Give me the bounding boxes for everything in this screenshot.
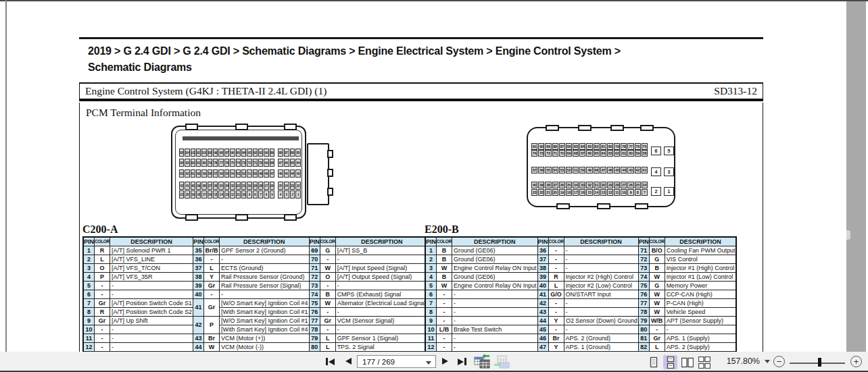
- pin-cell: 67: [579, 150, 585, 157]
- connector-tab: [556, 203, 570, 209]
- pin-cell: 85: [295, 149, 301, 157]
- zoom-dropdown-caret-icon[interactable]: [765, 360, 770, 363]
- pin-cell: 38: [545, 182, 551, 188]
- pin-cell: 28: [258, 182, 263, 190]
- zoom-slider[interactable]: [790, 363, 845, 364]
- pin-cell: 89: [545, 143, 551, 150]
- pin-cell: 78: [213, 159, 218, 167]
- layout-continuous-button[interactable]: [663, 355, 677, 369]
- pin-cell: 50: [253, 169, 258, 178]
- pin-cell: 27: [621, 182, 627, 188]
- pin-cell: 79: [208, 159, 212, 167]
- connector-pin-row: 88878685: [278, 149, 301, 157]
- pin-cell: 64: [600, 150, 606, 157]
- previous-page-button[interactable]: [345, 358, 352, 365]
- pin-number-cell: 71: [309, 263, 320, 272]
- layout-two-up-continuous-button[interactable]: [697, 355, 711, 369]
- wire-color-cell: -: [548, 298, 564, 307]
- wire-color-cell: Gr: [204, 298, 220, 316]
- wire-color-cell: -: [95, 325, 110, 334]
- description-cell: [With Smart Key] Ignition Coil #4: [220, 325, 310, 334]
- pin-cell: 60: [196, 169, 201, 178]
- pin-number-cell: 82: [638, 342, 649, 351]
- wire-color-cell: -: [437, 342, 452, 351]
- previous-page-icon: [345, 358, 352, 365]
- pin-cell: 42: [179, 182, 184, 190]
- pin-cell: 97: [224, 149, 229, 157]
- zoom-level-label[interactable]: 157.80%: [721, 356, 760, 366]
- next-page-button[interactable]: [442, 358, 448, 365]
- description-text: Engine Control Relay ON Input: [454, 282, 537, 289]
- layout-single-page-button[interactable]: [646, 355, 660, 369]
- column-header-color: COLOR: [548, 237, 564, 246]
- doc-code: SD313-12: [714, 85, 757, 97]
- table-row: 5--39GrRail Pressure Sensor (Signal)73--: [83, 281, 429, 290]
- pin-cell: 23: [290, 182, 295, 190]
- pin-number-cell: 37: [537, 255, 548, 263]
- layout-two-up-button[interactable]: [680, 355, 694, 369]
- pin-cell: 44: [290, 169, 295, 178]
- window-left-border: [5, 0, 7, 352]
- description-cell: Injector #1 (Low) Control: [665, 272, 736, 281]
- description-cell: VCM (Sensor Signal): [335, 316, 429, 325]
- pin-cell: 35: [566, 182, 572, 188]
- description-text: CMPS (Exhaust) Signal: [337, 291, 402, 298]
- wire-color-cell: O: [95, 263, 110, 272]
- pin-number-cell: 79: [638, 316, 649, 325]
- description-text: ON/START Input: [566, 291, 611, 298]
- description-cell: CCP-CAN (High): [665, 290, 736, 298]
- pin-cell: 17: [201, 190, 206, 198]
- pin-cell: 16: [208, 190, 212, 198]
- pin-number-cell: 6: [83, 290, 95, 298]
- document-area[interactable]: 2019 > G 2.4 GDI > G 2.4 GDI > Schematic…: [7, 1, 846, 352]
- pin-cell: 59: [635, 150, 641, 157]
- pin-number-cell: 8: [83, 307, 95, 316]
- zoom-out-button[interactable]: −: [773, 356, 785, 367]
- pin-cell: 15: [586, 189, 592, 196]
- connector-seal-strip: [183, 136, 299, 140]
- description-cell: [A/T] Input Speed (Signal): [335, 263, 429, 272]
- pin-cell: 14: [218, 190, 223, 198]
- description-text: -: [566, 326, 568, 333]
- description-cell: [W/O Smart Key] Ignition Coil #4: [220, 298, 310, 307]
- description-text: VIS Control: [667, 256, 698, 263]
- column-header-description: DESCRIPTION: [665, 237, 736, 246]
- scrollbar[interactable]: [846, 1, 866, 352]
- pin-cell: 58: [642, 150, 648, 157]
- last-page-button[interactable]: [458, 358, 466, 365]
- next-view-button[interactable]: [493, 354, 510, 369]
- zoom-slider-handle[interactable]: [818, 358, 821, 367]
- pin-cell: 78: [621, 143, 627, 150]
- description-text: [A/T] Position Switch Code S2: [112, 309, 192, 315]
- pin-cell: 61: [621, 150, 627, 157]
- pin-number-cell: 77: [309, 316, 320, 325]
- description-text: Ground (GE06): [454, 247, 496, 254]
- description-cell: CMPS (Exhaust) Signal: [335, 290, 429, 298]
- wire-color-cell: Gr: [320, 316, 335, 325]
- description-text: -: [566, 256, 568, 263]
- previous-view-button[interactable]: [474, 354, 490, 369]
- pin-cell: 96: [230, 149, 235, 157]
- description-text: -: [112, 282, 114, 289]
- description-text: Injector #1 (High) Control: [667, 265, 735, 271]
- breadcrumb-line1: 2019 > G 2.4 GDI > G 2.4 GDI > Schematic…: [88, 43, 764, 59]
- wire-color-cell: B: [437, 255, 452, 263]
- wire-color-cell: -: [320, 307, 335, 316]
- page-dropdown-caret-icon[interactable]: [426, 361, 431, 365]
- breadcrumb: 2019 > G 2.4 GDI > G 2.4 GDI > Schematic…: [88, 43, 764, 76]
- page-number-field[interactable]: 177 / 269: [357, 355, 436, 368]
- first-page-button[interactable]: [326, 358, 335, 365]
- pin-number-cell: 41: [537, 290, 548, 298]
- pin-number-cell: 8: [425, 307, 437, 316]
- pin-cell: 53: [236, 169, 241, 178]
- table-row: 11--46BrAPS. 2 (Ground)81GrAPS. 1 (Suppl…: [425, 334, 736, 342]
- description-text: -: [112, 335, 114, 342]
- pin-cell: 21: [545, 189, 551, 196]
- description-text: APS. 1 (Supply): [667, 335, 710, 342]
- pin-cell: 75: [230, 159, 235, 167]
- pin-cell: 90: [538, 143, 544, 150]
- scrollbar-notch[interactable]: [846, 230, 850, 240]
- column-header-color: COLOR: [437, 237, 452, 246]
- pin-cell: 65: [290, 159, 295, 167]
- zoom-in-button[interactable]: +: [850, 356, 862, 367]
